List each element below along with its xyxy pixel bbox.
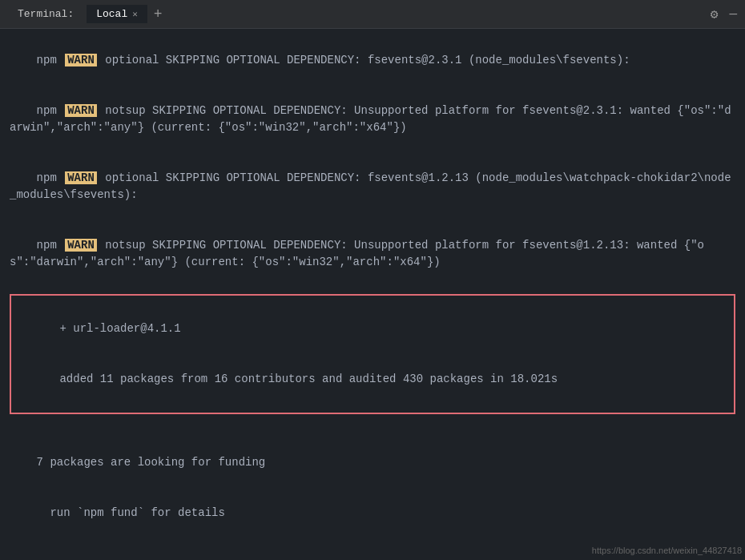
funding-text-2: run `npm fund` for details [37, 506, 225, 519]
warn-line-2: npm WARN notsup SKIPPING OPTIONAL DEPEND… [10, 86, 735, 153]
warn-badge-1: WARN [65, 54, 97, 66]
highlight-box: + url-loader@4.1.1 added 11 packages fro… [10, 294, 735, 414]
local-tab-label: Local [96, 8, 127, 20]
terminal-label: Terminal: [18, 8, 74, 20]
terminal-content: npm WARN optional SKIPPING OPTIONAL DEPE… [0, 29, 745, 560]
npm-prefix-2: npm [37, 104, 64, 117]
warn-badge-4: WARN [65, 239, 97, 252]
warn-badge-2: WARN [65, 104, 97, 117]
add-tab-icon[interactable]: + [151, 6, 166, 22]
warn-text-3: optional SKIPPING OPTIONAL DEPENDENCY: f… [10, 171, 731, 201]
funding-line-1: 7 packages are looking for funding [10, 437, 735, 488]
warn-line-1: npm WARN optional SKIPPING OPTIONAL DEPE… [10, 35, 735, 86]
blank-line-1 [10, 421, 735, 437]
npm-prefix-1: npm [37, 54, 64, 66]
added-line: added 11 packages from 16 contributors a… [19, 354, 726, 405]
npm-prefix-3: npm [37, 171, 64, 184]
watermark: https://blog.csdn.net/weixin_44827418 [592, 544, 742, 558]
warn-badge-3: WARN [65, 171, 97, 184]
funding-text-1: 7 packages are looking for funding [37, 456, 266, 469]
warn-text-2: notsup SKIPPING OPTIONAL DEPENDENCY: Uns… [10, 104, 731, 134]
plus-line: + url-loader@4.1.1 [19, 304, 726, 354]
titlebar-right: ⚙ — [711, 6, 737, 22]
titlebar-left: Terminal: Local ✕ + [8, 5, 166, 23]
terminal-label-tab: Terminal: [8, 5, 83, 23]
added-line-text: added 11 packages from 16 contributors a… [59, 373, 558, 385]
plus-line-text: + url-loader@4.1.1 [59, 322, 180, 335]
warn-text-4: notsup SKIPPING OPTIONAL DEPENDENCY: Uns… [10, 239, 704, 268]
warn-line-4: npm WARN notsup SKIPPING OPTIONAL DEPEND… [10, 220, 735, 288]
minimize-icon[interactable]: — [729, 7, 737, 22]
warn-line-3: npm WARN optional SKIPPING OPTIONAL DEPE… [10, 153, 735, 220]
close-tab-icon[interactable]: ✕ [132, 9, 138, 19]
funding-line-2: run `npm fund` for details [10, 488, 735, 538]
local-tab[interactable]: Local ✕ [87, 5, 147, 23]
gear-icon[interactable]: ⚙ [711, 6, 719, 22]
warn-text-1: optional SKIPPING OPTIONAL DEPENDENCY: f… [99, 54, 630, 66]
titlebar: Terminal: Local ✕ + ⚙ — [0, 0, 745, 29]
npm-prefix-4: npm [37, 239, 64, 252]
